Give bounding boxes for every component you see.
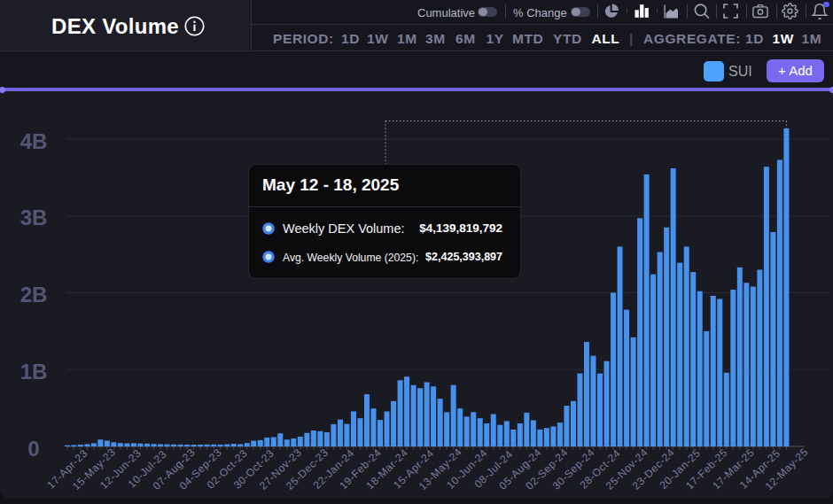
svg-text:4B: 4B [20,129,48,153]
svg-text:0: 0 [27,437,39,461]
svg-text:2B: 2B [20,283,48,306]
svg-text:3B: 3B [20,205,48,229]
svg-text:1B: 1B [20,360,48,384]
